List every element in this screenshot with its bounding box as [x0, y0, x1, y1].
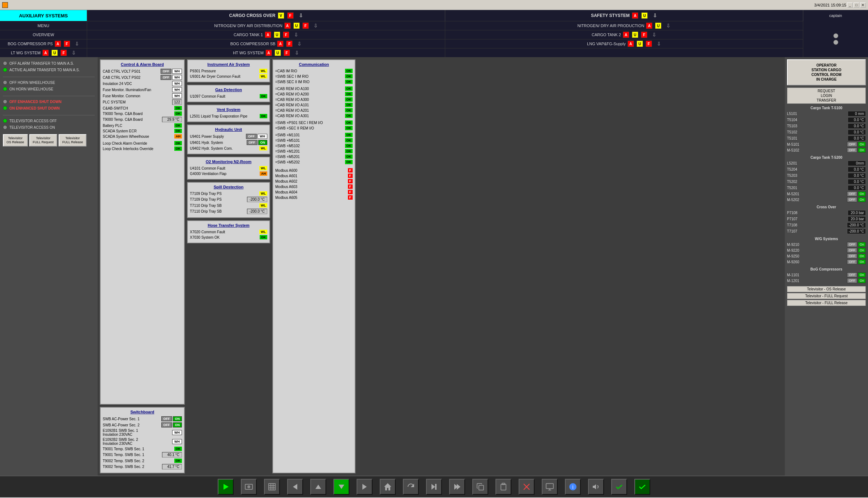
ps02-wh-btn[interactable]: WH	[172, 75, 182, 80]
swb-sec2-rem-btn[interactable]: OK	[345, 126, 353, 130]
nav-up-btn[interactable]	[310, 479, 326, 495]
nav-left-btn[interactable]	[287, 479, 303, 495]
cab-im-rio-btn[interactable]: OK	[345, 69, 353, 73]
ins-sec1-wh-btn[interactable]: WH	[172, 430, 182, 435]
close-btn[interactable]: ✕	[860, 3, 866, 8]
fuse-illum-wh-btn[interactable]: WH	[172, 87, 182, 92]
u9401-ps-off-btn[interactable]: OFF	[246, 134, 257, 139]
u9301-wl-btn[interactable]: WL	[259, 74, 267, 78]
m9210-on-btn[interactable]: On	[858, 242, 866, 247]
switch-ok-btn[interactable]: OK	[174, 106, 182, 110]
u9401-ps-wh-btn[interactable]: WH	[258, 134, 267, 139]
m1101-off-btn[interactable]: OFF	[847, 272, 857, 277]
tv-os-release-right-btn[interactable]: Televisitor - OS Release	[787, 286, 866, 292]
u9401-sys-on-btn[interactable]: ON	[258, 140, 268, 145]
nav-ht-wg[interactable]: HT WG SYSTEM A U F ⇩	[87, 48, 445, 57]
u4101-wl-btn[interactable]: WL	[259, 166, 267, 170]
tv-full-release-btn[interactable]: TelevisitorFULL Release	[59, 134, 86, 146]
x7030-ok-btn[interactable]: OK	[260, 235, 268, 239]
m5202-on-btn[interactable]: On	[858, 197, 866, 202]
m1201-on-btn[interactable]: On	[858, 278, 866, 283]
m5102-off-btn[interactable]: OFF	[847, 148, 857, 153]
cab-rem-a200-btn[interactable]: OK	[345, 92, 353, 96]
swb-ps01-btn[interactable]: OK	[345, 120, 353, 125]
arrow-right-btn[interactable]	[449, 479, 465, 495]
loop-alarm-ok-btn[interactable]: OK	[174, 141, 182, 145]
operator-station-box[interactable]: OPERATORSTATION CARGOCONTROL ROOMIN CHAR…	[787, 59, 866, 85]
swb-m1201-btn[interactable]: OK	[345, 149, 353, 153]
m9260-on-btn[interactable]: On	[858, 259, 866, 264]
ps02-off-btn[interactable]: OFF	[161, 75, 171, 80]
scada-wh-ah-btn[interactable]: AH	[174, 134, 182, 139]
m9210-off-btn[interactable]: OFF	[847, 242, 857, 247]
ps01-off-btn[interactable]: OFF	[161, 69, 171, 74]
m5101-on-btn[interactable]: On	[858, 142, 866, 147]
u1097-ok-btn[interactable]: OK	[260, 94, 268, 98]
t9002-1-ok-btn[interactable]: OK	[174, 459, 182, 463]
play-btn[interactable]	[218, 479, 234, 495]
u9402-wl-btn[interactable]: WL	[259, 146, 267, 150]
m5101-off-btn[interactable]: OFF	[847, 142, 857, 147]
nav-lng-vap[interactable]: LNG VAP&FG-Supply A U F ⇩	[445, 39, 803, 48]
nav-bog-sb[interactable]: BOG COMPRESSOR SB A F ⇩	[87, 39, 445, 48]
nav-lt-wg[interactable]: LT WG SYSTEM A U F ⇩	[0, 48, 87, 57]
nav-overview[interactable]: OVERVIEW	[0, 30, 87, 39]
m5102-on-btn[interactable]: On	[858, 148, 866, 153]
refresh-btn[interactable]	[403, 479, 419, 495]
nav-right-btn[interactable]	[357, 479, 373, 495]
nav-n2-prod[interactable]: NITROGEN/ DRY AIR PRODUCTION A U ⇩	[445, 21, 803, 30]
ok-btn[interactable]	[611, 479, 627, 495]
t7110-sb-wl-btn[interactable]: WL	[259, 203, 267, 208]
m5201-on-btn[interactable]: On	[858, 191, 866, 196]
swb-m5202-btn[interactable]: OK	[345, 160, 353, 164]
info-btn[interactable]: i	[565, 479, 581, 495]
u9401-sys-off-btn[interactable]: OFF	[247, 140, 258, 145]
sound-btn[interactable]	[588, 479, 604, 495]
p9301-wl-btn[interactable]: WL	[259, 69, 267, 73]
main-title[interactable]: AUXILIARY SYSTEMS	[0, 10, 87, 21]
swb-sec2-im-btn[interactable]: OK	[345, 80, 353, 84]
m9250-off-btn[interactable]: OFF	[847, 254, 857, 259]
t7109-ps-wl-btn[interactable]: WL	[259, 191, 267, 196]
nav-cargo-t1[interactable]: CARGO TANK 1 A U F ⇩	[87, 30, 445, 39]
m9220-on-btn[interactable]: On	[858, 248, 866, 253]
x7020-wl-btn[interactable]: WL	[259, 230, 267, 234]
t9000-1-ok-btn[interactable]: OK	[174, 111, 182, 116]
swb-ac2-on-btn[interactable]: ON	[173, 422, 182, 427]
tv-full-release-right-btn[interactable]: Televisitor - FULL Release	[787, 300, 866, 306]
nav-cargo-t2[interactable]: CARGO TANK 2 A U F ⇩	[445, 30, 803, 39]
swb-sec1-im-btn[interactable]: OK	[345, 74, 353, 78]
m9250-on-btn[interactable]: On	[858, 254, 866, 259]
m9220-off-btn[interactable]: OFF	[847, 248, 857, 253]
paste-btn[interactable]	[495, 479, 511, 495]
cab-rem-a100-btn[interactable]: OK	[345, 86, 353, 91]
cab-rem-a101-btn[interactable]: OK	[345, 103, 353, 107]
nav-menu[interactable]: MENU	[0, 21, 87, 30]
copy-btn[interactable]	[472, 479, 488, 495]
battery-ok-btn[interactable]: OK	[174, 123, 182, 128]
m5202-off-btn[interactable]: OFF	[847, 197, 857, 202]
ins-sec2-wh-btn[interactable]: WH	[172, 439, 182, 444]
m1101-on-btn[interactable]: On	[858, 272, 866, 277]
scada-ecr-ok-btn[interactable]: OK	[174, 129, 182, 133]
modbus-a603-btn[interactable]: F	[348, 184, 353, 189]
swb-ac1-off-btn[interactable]: OFF	[161, 416, 172, 421]
modbus-a605-btn[interactable]: F	[348, 195, 353, 200]
l2501-ok-btn[interactable]: OK	[260, 114, 268, 118]
request-login-btn[interactable]: REQUESTLOGINTRANSFER	[787, 88, 866, 104]
m5201-off-btn[interactable]: OFF	[847, 191, 857, 196]
scroll-down[interactable]	[833, 40, 838, 45]
loop-interlock-ok-btn[interactable]: OK	[174, 146, 182, 151]
scroll-up[interactable]	[833, 33, 838, 38]
t9001-1-ok-btn[interactable]: OK	[174, 447, 182, 451]
cab-rem-a301-btn[interactable]: OK	[345, 114, 353, 118]
cab-rem-a201-btn[interactable]: OK	[345, 108, 353, 112]
swb-m5101-btn[interactable]: OK	[345, 138, 353, 142]
maximize-btn[interactable]: □	[854, 3, 859, 8]
m1201-off-btn[interactable]: OFF	[847, 278, 857, 283]
swb-m5201-btn[interactable]: OK	[345, 154, 353, 159]
ins24-wh-btn[interactable]: WH	[172, 81, 182, 86]
m9260-off-btn[interactable]: OFF	[847, 259, 857, 264]
forward-btn[interactable]	[426, 479, 442, 495]
tv-full-request-btn[interactable]: TelevisitorFULL Request	[29, 134, 58, 146]
